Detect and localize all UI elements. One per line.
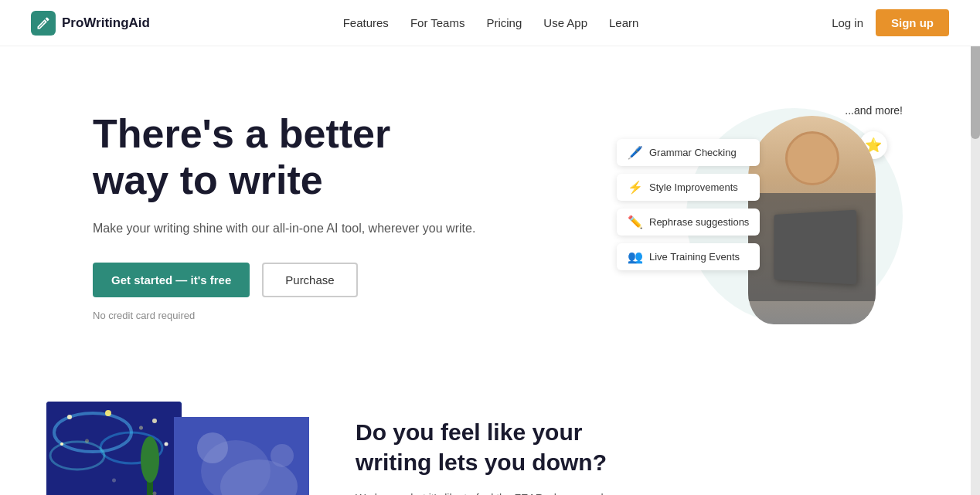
pill-training: 👥 Live Training Events: [617, 243, 760, 270]
no-credit-text: No credit card required: [93, 310, 475, 321]
signup-button[interactable]: Sign up: [876, 9, 949, 36]
pill-style: ⚡ Style Improvements: [617, 174, 760, 201]
login-button[interactable]: Log in: [832, 16, 863, 29]
artwork-blue: [174, 417, 309, 495]
section2-title: Do you feel like your writing lets you d…: [356, 417, 665, 477]
hero-section: There's a better way to write Make your …: [0, 46, 980, 371]
pill-training-label: Live Training Events: [649, 251, 740, 263]
section2-text: We know what it's like to feel the FEAR …: [356, 490, 665, 495]
svg-point-12: [141, 436, 159, 483]
svg-point-3: [50, 442, 104, 470]
hero-content: There's a better way to write Make your …: [93, 111, 475, 321]
nav-learn[interactable]: Learn: [609, 16, 638, 29]
nav-for-teams[interactable]: For Teams: [410, 16, 465, 29]
and-more-label: ...and more!: [845, 104, 903, 117]
feature-pills: 🖊️ Grammar Checking ⚡ Style Improvements…: [617, 139, 760, 270]
style-icon: ⚡: [628, 180, 643, 195]
svg-point-2: [100, 432, 162, 463]
pill-grammar-label: Grammar Checking: [649, 147, 737, 158]
hero-buttons: Get started — it's free Purchase: [93, 263, 475, 297]
grammar-icon: 🖊️: [628, 145, 643, 160]
hero-illustration: ...and more! ⭐ 🖊️ Grammar Checking ⚡ Sty…: [624, 93, 918, 340]
nav-actions: Log in Sign up: [832, 9, 949, 36]
nav-use-app[interactable]: Use App: [543, 16, 587, 29]
artwork-starry-night: [46, 402, 182, 495]
section2-artwork: My idea in my head: [46, 402, 309, 495]
svg-point-7: [165, 442, 168, 446]
pill-rephrase-label: Rephrase suggestions: [649, 216, 749, 228]
pill-grammar: 🖊️ Grammar Checking: [617, 139, 760, 166]
hero-title: There's a better way to write: [93, 111, 475, 204]
artwork-container: My idea in my head: [46, 402, 309, 495]
svg-point-5: [105, 410, 111, 416]
svg-rect-0: [46, 402, 182, 495]
purchase-button[interactable]: Purchase: [262, 263, 357, 297]
scrollbar[interactable]: [971, 0, 980, 495]
svg-point-8: [60, 442, 63, 446]
training-icon: 👥: [628, 249, 643, 264]
person-illustration: [748, 116, 876, 324]
svg-point-1: [54, 413, 131, 452]
hero-subtitle: Make your writing shine with our all-in-…: [93, 219, 475, 238]
nav-links: Features For Teams Pricing Use App Learn: [343, 16, 639, 29]
nav-pricing[interactable]: Pricing: [486, 16, 522, 29]
brand-logo-icon: [31, 11, 56, 36]
svg-rect-11: [147, 463, 153, 495]
svg-point-16: [197, 432, 228, 463]
section2-content: Do you feel like your writing lets you d…: [356, 402, 665, 495]
section2: My idea in my head Do you feel like your…: [0, 371, 980, 495]
pill-rephrase: ✏️ Rephrase suggestions: [617, 209, 760, 236]
brand-link[interactable]: ProWritingAid: [31, 11, 150, 36]
svg-point-4: [67, 415, 72, 419]
rephrase-icon: ✏️: [628, 215, 643, 229]
nav-features[interactable]: Features: [343, 16, 389, 29]
navbar: ProWritingAid Features For Teams Pricing…: [0, 0, 980, 46]
brand-name: ProWritingAid: [62, 15, 150, 31]
pill-style-label: Style Improvements: [649, 181, 738, 193]
svg-point-17: [271, 444, 294, 467]
svg-point-6: [152, 419, 157, 423]
get-started-button[interactable]: Get started — it's free: [93, 263, 250, 297]
